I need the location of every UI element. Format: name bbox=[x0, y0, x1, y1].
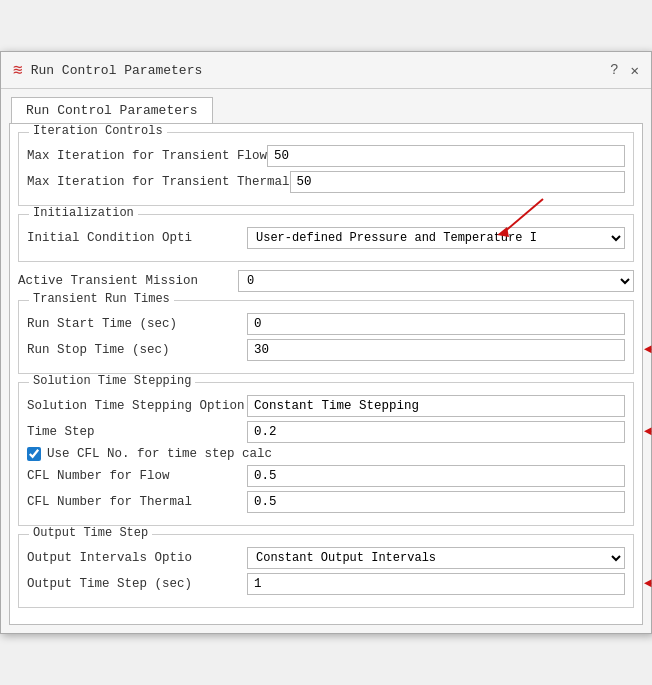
solution-time-stepping-section: Solution Time Stepping Solution Time Ste… bbox=[18, 382, 634, 526]
solution-stepping-option-input[interactable] bbox=[247, 395, 625, 417]
initial-condition-label: Initial Condition Opti bbox=[27, 231, 247, 245]
output-intervals-row: Output Intervals Optio Constant Output I… bbox=[27, 547, 625, 569]
output-time-step-content: Output Intervals Optio Constant Output I… bbox=[19, 535, 633, 607]
window-title: Run Control Parameters bbox=[31, 63, 603, 78]
time-step-arrow: ◄──── bbox=[644, 424, 652, 439]
cfl-flow-label: CFL Number for Flow bbox=[27, 469, 247, 483]
time-step-label: Time Step bbox=[27, 425, 247, 439]
output-intervals-label: Output Intervals Optio bbox=[27, 551, 247, 565]
cfl-thermal-label: CFL Number for Thermal bbox=[27, 495, 247, 509]
active-mission-select[interactable]: 0 bbox=[238, 270, 634, 292]
cfl-flow-row: CFL Number for Flow bbox=[27, 465, 625, 487]
iteration-controls-content: Max Iteration for Transient Flow Max Ite… bbox=[19, 133, 633, 205]
run-stop-time-label: Run Stop Time (sec) bbox=[27, 343, 247, 357]
cfl-checkbox-row: Use CFL No. for time step calc bbox=[27, 447, 625, 461]
output-time-step-title: Output Time Step bbox=[29, 526, 152, 540]
cfl-checkbox[interactable] bbox=[27, 447, 41, 461]
initialization-section: Initialization Initial Condition Opti Us… bbox=[18, 214, 634, 262]
initial-condition-row: Initial Condition Opti User-defined Pres… bbox=[27, 227, 625, 249]
main-content: Iteration Controls Max Iteration for Tra… bbox=[9, 123, 643, 625]
run-stop-time-arrow: ◄──── bbox=[644, 342, 652, 357]
solution-time-stepping-title: Solution Time Stepping bbox=[29, 374, 195, 388]
time-step-row: Time Step ◄──── bbox=[27, 421, 625, 443]
tab-run-control-parameters[interactable]: Run Control Parameters bbox=[11, 97, 213, 123]
output-time-step-label: Output Time Step (sec) bbox=[27, 577, 247, 591]
cfl-thermal-row: CFL Number for Thermal bbox=[27, 491, 625, 513]
close-button[interactable]: ✕ bbox=[631, 62, 639, 79]
transient-run-times-section: Transient Run Times Run Start Time (sec)… bbox=[18, 300, 634, 374]
initialization-title: Initialization bbox=[29, 206, 138, 220]
run-stop-time-row: Run Stop Time (sec) ◄──── bbox=[27, 339, 625, 361]
max-iteration-flow-row: Max Iteration for Transient Flow bbox=[27, 145, 625, 167]
solution-time-stepping-content: Solution Time Stepping Option Time Step … bbox=[19, 383, 633, 525]
output-intervals-select[interactable]: Constant Output Intervals bbox=[247, 547, 625, 569]
run-start-time-input[interactable] bbox=[247, 313, 625, 335]
active-mission-row: Active Transient Mission 0 bbox=[18, 270, 634, 292]
max-iteration-thermal-input[interactable] bbox=[290, 171, 625, 193]
output-time-step-arrow: ◄──── bbox=[644, 576, 652, 591]
transient-run-times-title: Transient Run Times bbox=[29, 292, 174, 306]
output-time-step-input[interactable] bbox=[247, 573, 625, 595]
run-stop-time-input[interactable] bbox=[247, 339, 625, 361]
max-iteration-thermal-row: Max Iteration for Transient Thermal bbox=[27, 171, 625, 193]
solution-stepping-option-label: Solution Time Stepping Option bbox=[27, 399, 247, 413]
max-iteration-flow-input[interactable] bbox=[267, 145, 625, 167]
window-controls: ? ✕ bbox=[610, 62, 639, 79]
output-time-step-section: Output Time Step Output Intervals Optio … bbox=[18, 534, 634, 608]
initial-condition-select[interactable]: User-defined Pressure and Temperature I bbox=[247, 227, 625, 249]
cfl-checkbox-label: Use CFL No. for time step calc bbox=[47, 447, 272, 461]
help-button[interactable]: ? bbox=[610, 62, 618, 79]
active-mission-label: Active Transient Mission bbox=[18, 274, 238, 288]
output-time-step-row: Output Time Step (sec) ◄──── bbox=[27, 573, 625, 595]
max-iteration-thermal-label: Max Iteration for Transient Thermal bbox=[27, 175, 290, 189]
transient-run-times-content: Run Start Time (sec) Run Stop Time (sec)… bbox=[19, 301, 633, 373]
titlebar: ≋ Run Control Parameters ? ✕ bbox=[1, 52, 651, 89]
iteration-controls-section: Iteration Controls Max Iteration for Tra… bbox=[18, 132, 634, 206]
iteration-controls-title: Iteration Controls bbox=[29, 124, 167, 138]
time-step-input[interactable] bbox=[247, 421, 625, 443]
solution-stepping-option-row: Solution Time Stepping Option bbox=[27, 395, 625, 417]
cfl-thermal-input[interactable] bbox=[247, 491, 625, 513]
main-window: ≋ Run Control Parameters ? ✕ Run Control… bbox=[0, 51, 652, 634]
run-start-time-label: Run Start Time (sec) bbox=[27, 317, 247, 331]
run-start-time-row: Run Start Time (sec) bbox=[27, 313, 625, 335]
initialization-content: Initial Condition Opti User-defined Pres… bbox=[19, 215, 633, 261]
max-iteration-flow-label: Max Iteration for Transient Flow bbox=[27, 149, 267, 163]
cfl-flow-input[interactable] bbox=[247, 465, 625, 487]
app-icon: ≋ bbox=[13, 60, 23, 80]
tab-bar: Run Control Parameters bbox=[1, 89, 651, 123]
